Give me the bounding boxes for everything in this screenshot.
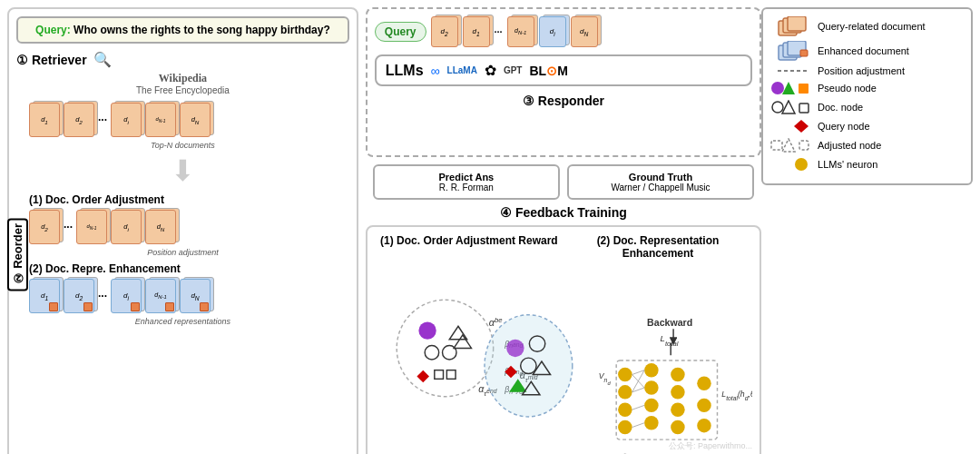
feedback-wrapper: Predict Ans R. R. Forman Ground Truth Wa…: [366, 164, 761, 220]
svg-point-38: [671, 402, 684, 416]
legend-pseudo-node: Pseudo node: [770, 81, 964, 95]
svg-point-32: [644, 363, 658, 377]
legend-adjusted-icon: [770, 138, 810, 153]
svg-line-47: [632, 405, 644, 410]
svg-point-79: [795, 158, 808, 171]
wiki-subtitle: The Free Encyclopedia: [16, 85, 349, 95]
svg-rect-63: [788, 16, 806, 31]
query-pill: Query: [375, 22, 426, 42]
enh-dn1: dN-1: [145, 279, 176, 313]
query-docs-row: Query d2 d1 ··· dN-1 di dN: [375, 16, 752, 47]
reorder-dn: dN: [145, 210, 176, 244]
enh-di: di: [111, 279, 142, 313]
legend-query-node-label: Query node: [818, 121, 869, 132]
resp-d2: d2: [431, 16, 458, 47]
svg-rect-78: [799, 141, 808, 150]
ground-truth-box: Ground Truth Warner / Chappell Music: [567, 164, 754, 200]
svg-marker-5: [454, 335, 471, 349]
enhanced-repr-label: Enhanced representations: [16, 317, 349, 326]
resp-d1: d1: [463, 16, 490, 47]
legend-position-adj: Position adjustment: [770, 65, 964, 76]
legend-llm-neuron-label: LLMs' neuron: [818, 159, 877, 170]
svg-line-45: [632, 370, 644, 392]
middle-panel: Query d2 d1 ··· dN-1 di dN LLMs ∞ LLaMA …: [366, 7, 761, 454]
resp-di: di: [539, 16, 566, 47]
bottom-content: αbe ατend ατmid βnand βnand βnnyd: [375, 265, 752, 454]
doc-d2: d2: [64, 103, 94, 137]
dots1: ···: [98, 114, 107, 126]
svg-point-42: [697, 419, 710, 432]
svg-rect-71: [799, 84, 808, 94]
legend-doc-node: Doc. node: [770, 100, 964, 114]
legend-doc-node-label: Doc. node: [818, 102, 863, 113]
big-down-arrow: ⬇: [16, 153, 349, 188]
legend-dashed-icon: [770, 66, 810, 75]
svg-rect-74: [799, 104, 808, 113]
topn-label: Top-N documents: [16, 141, 349, 150]
search-icon: 🔍: [93, 52, 112, 67]
legend-adjusted-node: Adjusted node: [770, 138, 964, 153]
resp-dn1: dN-1: [507, 16, 534, 47]
bottom-left-title: (1) Doc. Order Adjustment Reward: [375, 234, 564, 260]
legend-query-icon2: [770, 119, 810, 133]
svg-point-17: [506, 340, 524, 357]
reorder-label: ② Reorder: [7, 218, 28, 291]
predict-ans-value: R. R. Forman: [382, 183, 551, 192]
legend-enhanced-icon: [770, 41, 810, 61]
llm-box: LLMs ∞ LLaMA ✿ GPT BL⊙M: [375, 54, 752, 86]
retriever-label: ① Retriever 🔍: [16, 51, 349, 68]
svg-marker-7: [416, 370, 429, 383]
wikipedia-box: Wikipedia The Free Encyclopedia: [16, 72, 349, 95]
svg-rect-76: [771, 141, 782, 150]
svg-point-29: [618, 385, 632, 399]
reorder-dn1: dN-1: [76, 210, 107, 244]
llama-label: LLaMA: [447, 65, 477, 75]
enh-dn: dN: [180, 279, 211, 313]
retriever-title: Retriever: [32, 53, 87, 67]
legend-query-node: Query node: [770, 119, 964, 133]
legend-pseudo-node-label: Pseudo node: [818, 83, 877, 94]
svg-point-35: [644, 416, 658, 429]
legend-panel: Query-related document Enhanced document: [761, 7, 973, 447]
svg-point-1: [418, 321, 436, 339]
reorder-d2: d2: [29, 210, 60, 244]
legend-enhanced-doc-label: Enhanced document: [818, 45, 909, 56]
svg-text:Ltotal: Ltotal: [660, 333, 678, 348]
legend-enhanced-doc: Enhanced document: [770, 41, 964, 61]
legend-box: Query-related document Enhanced document: [761, 7, 973, 185]
openai-icon: ✿: [485, 62, 496, 79]
top-n-docs-row: d1 d2 ··· di dN-1 dN: [16, 103, 349, 137]
legend-adjusted-node-label: Adjusted node: [818, 140, 881, 151]
svg-rect-8: [435, 370, 444, 380]
bloom-label: BL⊙M: [529, 64, 567, 78]
svg-point-16: [485, 315, 573, 417]
svg-text:Backward: Backward: [647, 317, 692, 328]
meta-icon: ∞: [431, 64, 440, 78]
svg-point-37: [671, 385, 684, 399]
query-label: Query:: [35, 24, 71, 36]
doc-dn: dN: [180, 103, 211, 137]
wiki-title: Wikipedia: [16, 72, 349, 85]
svg-point-36: [671, 368, 684, 381]
svg-point-0: [397, 300, 493, 396]
svg-text:Ltotal(hd,θ): Ltotal(hd,θ): [721, 390, 752, 401]
query-text: Who owns the rights to the song happy bi…: [74, 24, 330, 36]
svg-marker-75: [794, 120, 808, 133]
doc-di: di: [111, 103, 142, 137]
svg-point-3: [425, 346, 438, 360]
doc-repr-title: (2) Doc. Repre. Enhancement: [16, 262, 349, 275]
legend-query-doc-label: Query-related document: [818, 21, 926, 32]
enh-d1: d1: [29, 279, 60, 313]
retriever-step: ①: [16, 53, 28, 67]
ground-truth-title: Ground Truth: [576, 172, 745, 183]
llm-label: LLMs: [386, 63, 424, 79]
responder-section: Query d2 d1 ··· dN-1 di dN LLMs ∞ LLaMA …: [366, 7, 761, 157]
svg-point-72: [772, 102, 783, 113]
enhanced-docs-row: d1 d2 ··· di dN-1 dN: [16, 279, 349, 313]
predict-ans-title: Predict Ans: [382, 172, 551, 183]
query-box: Query: Who owns the rights to the song h…: [16, 16, 349, 44]
dots3: ···: [98, 290, 107, 302]
bottom-titles: (1) Doc. Order Adjustment Reward (2) Doc…: [375, 234, 752, 260]
svg-marker-77: [782, 139, 795, 152]
doc-order-title: (1) Doc. Order Adjustment: [16, 193, 349, 206]
